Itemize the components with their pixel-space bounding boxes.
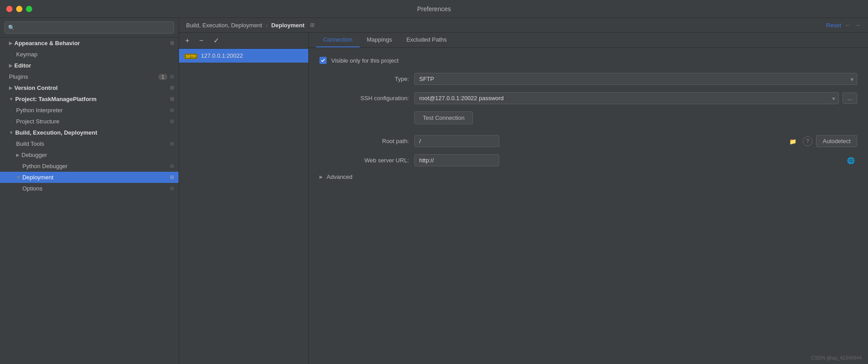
advanced-chevron-icon: ▶ [319,174,323,179]
search-wrapper: 🔍 [4,21,174,34]
sidebar: 🔍 ▶ Appearance & Behavior ⊞ Keymap ▶ Edi… [0,18,179,364]
sidebar-item-label: Build, Execution, Deployment [15,129,97,136]
chevron-right-icon: ▶ [9,63,13,68]
sidebar-item-label: Keymap [16,51,38,58]
web-server-label: Web server URL: [319,157,409,164]
chevron-down-icon: ▼ [9,97,13,102]
sidebar-item-editor[interactable]: ▶ Editor [0,60,179,71]
autodetect-button[interactable]: Autodetect [816,135,857,147]
window-controls [6,6,32,12]
check-icon [321,58,325,63]
grid-icon: ⊞ [170,74,174,80]
sidebar-item-label: Options [22,185,43,192]
sidebar-item-project-structure[interactable]: Project Structure ⊞ [0,116,179,127]
ssh-select-wrapper: root@127.0.0.1:20022 password ▾ [414,92,839,104]
type-row: Type: SFTP FTP FTPS Local or mounted fol… [319,73,857,85]
maximize-button[interactable] [26,6,32,12]
tabs-bar: Connection Mappings Excluded Paths [309,33,868,48]
type-label: Type: [319,76,409,82]
web-server-control: 🌐 [414,154,857,166]
sidebar-item-label: Plugins [9,73,28,80]
advanced-row[interactable]: ▶ Advanced [319,174,857,180]
root-path-control: 📁 ? Autodetect [414,135,857,147]
root-path-wrapper: 📁 [414,135,799,147]
sidebar-item-deployment[interactable]: ▼ Deployment ⊞ [0,172,179,183]
server-list-panel: + − ✓ SFTP 127.0.0.1:20022 [179,33,309,364]
chevron-down-icon: ▼ [9,130,13,135]
web-server-row: Web server URL: 🌐 [319,154,857,166]
root-path-input[interactable] [414,135,499,147]
window-title: Preferences [417,5,451,13]
sidebar-item-label: Project: TaskManagePlatform [15,96,97,102]
ssh-config-select[interactable]: root@127.0.0.1:20022 password [414,92,839,104]
ssh-config-dots-button[interactable]: ... [842,93,857,104]
sidebar-item-python-debugger[interactable]: Python Debugger ⊞ [0,161,179,172]
grid-icon: ⊞ [170,141,174,147]
breadcrumb-grid-icon: ⊞ [310,22,315,28]
visible-only-checkbox[interactable] [319,57,327,64]
minimize-button[interactable] [16,6,22,12]
title-bar: Preferences [0,0,868,18]
root-path-row: Root path: 📁 ? Autodetect [319,135,857,147]
sidebar-item-appearance[interactable]: ▶ Appearance & Behavior ⊞ [0,38,179,49]
help-icon[interactable]: ? [803,136,813,146]
breadcrumb-bar: Build, Execution, Deployment › Deploymen… [179,18,868,33]
grid-icon: ⊞ [170,85,174,91]
search-bar: 🔍 [0,18,179,38]
forward-button[interactable]: → [855,21,861,29]
sidebar-item-label: Project Structure [16,118,60,125]
sidebar-item-label: Deployment [22,174,53,181]
sidebar-nav: ▶ Appearance & Behavior ⊞ Keymap ▶ Edito… [0,38,179,364]
sidebar-item-project[interactable]: ▼ Project: TaskManagePlatform ⊞ [0,93,179,105]
connection-form: Visible only for this project Type: SFTP… [309,48,868,364]
sidebar-item-build-tools[interactable]: Build Tools ⊞ [0,138,179,149]
grid-icon: ⊞ [170,163,174,169]
grid-icon: ⊞ [170,174,174,180]
remove-server-button[interactable]: − [197,36,205,46]
sidebar-item-label: Appearance & Behavior [14,40,80,47]
sidebar-item-options[interactable]: Options ⊞ [0,183,179,194]
breadcrumb-current: Deployment [271,22,304,29]
sidebar-item-python-interpreter[interactable]: Python Interpreter ⊞ [0,105,179,116]
type-select-wrapper: SFTP FTP FTPS Local or mounted folder ▾ [414,73,857,85]
visible-only-row: Visible only for this project [319,57,857,64]
breadcrumb-separator: › [266,22,268,29]
web-server-input[interactable] [414,154,499,166]
chevron-down-icon: ▼ [16,175,21,180]
sftp-icon: SFTP [184,52,197,59]
tab-connection[interactable]: Connection [316,33,360,47]
sidebar-item-label: Editor [14,62,31,69]
add-server-button[interactable]: + [183,36,191,46]
grid-icon: ⊞ [170,96,174,102]
sidebar-item-label: Version Control [14,85,58,91]
watermark: CSDN @qq_42349944 [811,355,862,360]
back-button[interactable]: ← [845,21,851,29]
grid-icon: ⊞ [170,186,174,191]
type-select[interactable]: SFTP FTP FTPS Local or mounted folder [414,73,857,85]
reset-button[interactable]: Reset [826,22,841,29]
search-input[interactable] [4,21,174,34]
ssh-config-row: SSH configuration: root@127.0.0.1:20022 … [319,92,857,104]
sidebar-item-label: Python Debugger [22,163,68,169]
sidebar-item-version-control[interactable]: ▶ Version Control ⊞ [0,82,179,93]
chevron-right-icon: ▶ [9,85,13,90]
test-connection-button[interactable]: Test Connection [414,111,473,124]
sidebar-item-debugger[interactable]: ▶ Debugger [0,149,179,161]
detail-panel: Connection Mappings Excluded Paths [309,33,868,364]
folder-icon-button[interactable]: 📁 [789,138,796,144]
type-control: SFTP FTP FTPS Local or mounted folder ▾ [414,73,857,85]
breadcrumb-actions: Reset ← → [826,21,861,29]
ssh-config-control: root@127.0.0.1:20022 password ▾ ... [414,92,857,104]
tab-mappings[interactable]: Mappings [360,33,399,47]
search-icon: 🔍 [8,25,15,31]
server-item[interactable]: SFTP 127.0.0.1:20022 [179,49,308,63]
close-button[interactable] [6,6,13,12]
sidebar-item-build-exec-deploy[interactable]: ▼ Build, Execution, Deployment [0,127,179,138]
main-layout: 🔍 ▶ Appearance & Behavior ⊞ Keymap ▶ Edi… [0,18,868,364]
sidebar-item-keymap[interactable]: Keymap [0,49,179,60]
server-item-label: 127.0.0.1:20022 [201,52,243,59]
tab-excluded-paths[interactable]: Excluded Paths [399,33,454,47]
sidebar-item-plugins[interactable]: Plugins 1 ⊞ [0,71,179,82]
check-button[interactable]: ✓ [212,35,221,46]
advanced-label: Advanced [327,174,353,180]
